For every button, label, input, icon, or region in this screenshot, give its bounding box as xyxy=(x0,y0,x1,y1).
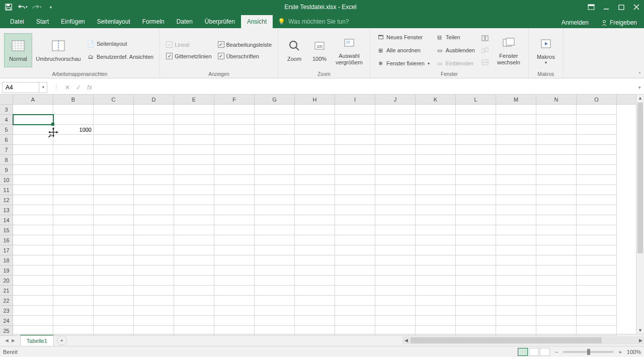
cell[interactable] xyxy=(416,205,456,215)
arrange-all-button[interactable]: ⊞Alle anordnen xyxy=(374,45,432,55)
cell[interactable] xyxy=(255,326,295,336)
cell[interactable] xyxy=(53,255,94,265)
cell[interactable] xyxy=(174,215,214,225)
cell[interactable] xyxy=(255,175,295,185)
cell[interactable] xyxy=(375,135,416,145)
undo-button[interactable]: ▾ xyxy=(16,1,29,13)
split-button[interactable]: ⊟Teilen xyxy=(434,32,477,42)
row-header[interactable]: 23 xyxy=(0,306,13,316)
cell[interactable] xyxy=(335,165,375,175)
cell[interactable] xyxy=(577,135,617,145)
cell[interactable] xyxy=(335,115,375,125)
cell[interactable] xyxy=(456,245,496,255)
cell[interactable] xyxy=(255,165,295,175)
cell[interactable] xyxy=(214,175,255,185)
cell[interactable] xyxy=(53,245,94,255)
cell[interactable] xyxy=(13,205,53,215)
cell[interactable] xyxy=(496,316,536,326)
cell[interactable] xyxy=(94,286,134,296)
cell[interactable] xyxy=(295,135,335,145)
cell[interactable] xyxy=(536,125,577,135)
cell[interactable] xyxy=(53,276,94,286)
cell[interactable] xyxy=(536,255,577,265)
cell[interactable] xyxy=(53,306,94,316)
cell[interactable] xyxy=(255,205,295,215)
scroll-thumb[interactable] xyxy=(637,103,643,253)
cell[interactable] xyxy=(496,306,536,316)
tab-formulas[interactable]: Formeln xyxy=(136,15,171,28)
cell[interactable] xyxy=(174,165,214,175)
cell[interactable] xyxy=(456,276,496,286)
cell[interactable] xyxy=(174,265,214,276)
column-header[interactable]: H xyxy=(295,95,335,104)
cell[interactable] xyxy=(416,135,456,145)
cell[interactable] xyxy=(295,215,335,225)
cell[interactable] xyxy=(13,316,53,326)
cell[interactable] xyxy=(174,326,214,336)
cell[interactable] xyxy=(53,235,94,245)
cell[interactable] xyxy=(335,306,375,316)
cell[interactable] xyxy=(335,235,375,245)
cell[interactable] xyxy=(496,235,536,245)
cell[interactable] xyxy=(94,105,134,115)
cell[interactable] xyxy=(295,235,335,245)
cell[interactable] xyxy=(94,175,134,185)
cell[interactable] xyxy=(375,306,416,316)
cell[interactable] xyxy=(134,255,174,265)
cell[interactable] xyxy=(416,255,456,265)
macros-button[interactable]: Makros ▾ xyxy=(533,33,559,67)
cell[interactable] xyxy=(134,286,174,296)
cell[interactable] xyxy=(134,135,174,145)
new-window-button[interactable]: 🗔Neues Fenster xyxy=(374,32,432,42)
cell[interactable] xyxy=(134,235,174,245)
cell[interactable] xyxy=(174,245,214,255)
zoom-out-button[interactable]: − xyxy=(555,349,558,355)
cell[interactable] xyxy=(13,185,53,195)
cell[interactable] xyxy=(536,215,577,225)
cell[interactable] xyxy=(416,105,456,115)
row-header[interactable]: 13 xyxy=(0,205,13,215)
save-button[interactable] xyxy=(2,1,15,13)
cell[interactable] xyxy=(496,286,536,296)
cell[interactable] xyxy=(53,296,94,306)
row-header[interactable]: 9 xyxy=(0,165,13,175)
column-header[interactable]: O xyxy=(577,95,617,104)
cell[interactable] xyxy=(295,175,335,185)
cell[interactable] xyxy=(335,276,375,286)
cell[interactable] xyxy=(255,225,295,235)
cell[interactable] xyxy=(496,205,536,215)
cell[interactable] xyxy=(134,276,174,286)
cell[interactable] xyxy=(416,306,456,316)
cell[interactable] xyxy=(13,125,53,135)
cell[interactable] xyxy=(134,296,174,306)
cell[interactable] xyxy=(255,265,295,276)
cell[interactable] xyxy=(295,316,335,326)
cell[interactable] xyxy=(214,326,255,336)
cell[interactable] xyxy=(536,185,577,195)
cell[interactable] xyxy=(255,276,295,286)
cell[interactable] xyxy=(577,145,617,155)
cell[interactable] xyxy=(335,185,375,195)
cell[interactable] xyxy=(335,105,375,115)
cell[interactable] xyxy=(13,235,53,245)
cell[interactable] xyxy=(536,225,577,235)
cell[interactable] xyxy=(174,205,214,215)
cell[interactable] xyxy=(375,225,416,235)
cell[interactable] xyxy=(496,105,536,115)
cell[interactable] xyxy=(577,286,617,296)
cell[interactable] xyxy=(416,265,456,276)
cell[interactable] xyxy=(375,175,416,185)
cell[interactable] xyxy=(456,316,496,326)
cell[interactable] xyxy=(53,316,94,326)
row-header[interactable]: 3 xyxy=(0,105,13,115)
cell[interactable] xyxy=(416,286,456,296)
cell[interactable] xyxy=(214,165,255,175)
cell[interactable] xyxy=(214,225,255,235)
scroll-right-button[interactable]: ▶ xyxy=(637,338,644,343)
cell[interactable] xyxy=(416,225,456,235)
row-header[interactable]: 6 xyxy=(0,135,13,145)
cell[interactable] xyxy=(456,145,496,155)
cell[interactable] xyxy=(375,235,416,245)
qat-customize[interactable]: ▾ xyxy=(44,1,57,13)
cell[interactable] xyxy=(53,165,94,175)
